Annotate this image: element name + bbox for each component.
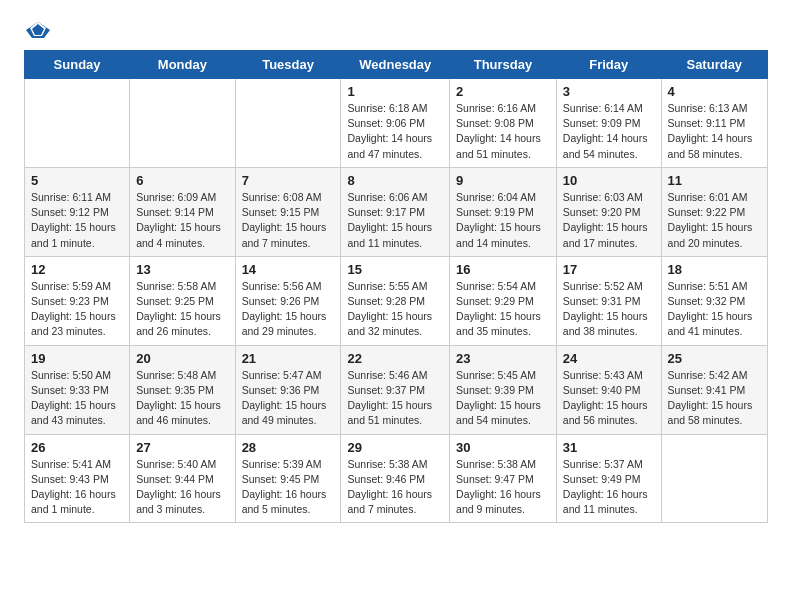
day-number: 30 — [456, 440, 551, 455]
calendar-week-row: 1Sunrise: 6:18 AMSunset: 9:06 PMDaylight… — [25, 79, 768, 168]
logo — [24, 20, 60, 40]
day-number: 15 — [347, 262, 444, 277]
day-detail: Sunrise: 6:18 AMSunset: 9:06 PMDaylight:… — [347, 102, 432, 160]
calendar-week-row: 5Sunrise: 6:11 AMSunset: 9:12 PMDaylight… — [25, 167, 768, 256]
calendar-cell: 5Sunrise: 6:11 AMSunset: 9:12 PMDaylight… — [25, 167, 130, 256]
calendar-cell: 8Sunrise: 6:06 AMSunset: 9:17 PMDaylight… — [341, 167, 450, 256]
day-detail: Sunrise: 5:38 AMSunset: 9:46 PMDaylight:… — [347, 458, 432, 516]
calendar-cell: 26Sunrise: 5:41 AMSunset: 9:43 PMDayligh… — [25, 434, 130, 523]
day-number: 1 — [347, 84, 444, 99]
weekday-header-sunday: Sunday — [25, 51, 130, 79]
day-number: 6 — [136, 173, 229, 188]
calendar-cell: 27Sunrise: 5:40 AMSunset: 9:44 PMDayligh… — [130, 434, 235, 523]
day-number: 21 — [242, 351, 336, 366]
day-number: 25 — [668, 351, 762, 366]
calendar-page: SundayMondayTuesdayWednesdayThursdayFrid… — [0, 0, 792, 543]
calendar-table: SundayMondayTuesdayWednesdayThursdayFrid… — [24, 50, 768, 523]
day-number: 8 — [347, 173, 444, 188]
calendar-cell: 13Sunrise: 5:58 AMSunset: 9:25 PMDayligh… — [130, 256, 235, 345]
calendar-cell: 19Sunrise: 5:50 AMSunset: 9:33 PMDayligh… — [25, 345, 130, 434]
day-detail: Sunrise: 5:46 AMSunset: 9:37 PMDaylight:… — [347, 369, 432, 427]
calendar-cell: 7Sunrise: 6:08 AMSunset: 9:15 PMDaylight… — [235, 167, 341, 256]
day-detail: Sunrise: 5:37 AMSunset: 9:49 PMDaylight:… — [563, 458, 648, 516]
calendar-cell: 10Sunrise: 6:03 AMSunset: 9:20 PMDayligh… — [556, 167, 661, 256]
day-detail: Sunrise: 6:09 AMSunset: 9:14 PMDaylight:… — [136, 191, 221, 249]
calendar-cell — [130, 79, 235, 168]
weekday-header-monday: Monday — [130, 51, 235, 79]
day-number: 26 — [31, 440, 124, 455]
day-number: 24 — [563, 351, 656, 366]
calendar-cell: 18Sunrise: 5:51 AMSunset: 9:32 PMDayligh… — [661, 256, 767, 345]
day-detail: Sunrise: 6:08 AMSunset: 9:15 PMDaylight:… — [242, 191, 327, 249]
calendar-cell: 28Sunrise: 5:39 AMSunset: 9:45 PMDayligh… — [235, 434, 341, 523]
weekday-header-saturday: Saturday — [661, 51, 767, 79]
day-number: 29 — [347, 440, 444, 455]
day-detail: Sunrise: 6:03 AMSunset: 9:20 PMDaylight:… — [563, 191, 648, 249]
calendar-cell: 15Sunrise: 5:55 AMSunset: 9:28 PMDayligh… — [341, 256, 450, 345]
day-detail: Sunrise: 6:14 AMSunset: 9:09 PMDaylight:… — [563, 102, 648, 160]
day-detail: Sunrise: 6:11 AMSunset: 9:12 PMDaylight:… — [31, 191, 116, 249]
calendar-cell: 4Sunrise: 6:13 AMSunset: 9:11 PMDaylight… — [661, 79, 767, 168]
weekday-header-row: SundayMondayTuesdayWednesdayThursdayFrid… — [25, 51, 768, 79]
calendar-cell: 1Sunrise: 6:18 AMSunset: 9:06 PMDaylight… — [341, 79, 450, 168]
day-number: 7 — [242, 173, 336, 188]
day-detail: Sunrise: 6:06 AMSunset: 9:17 PMDaylight:… — [347, 191, 432, 249]
calendar-cell — [661, 434, 767, 523]
calendar-cell: 17Sunrise: 5:52 AMSunset: 9:31 PMDayligh… — [556, 256, 661, 345]
day-detail: Sunrise: 5:48 AMSunset: 9:35 PMDaylight:… — [136, 369, 221, 427]
calendar-cell: 24Sunrise: 5:43 AMSunset: 9:40 PMDayligh… — [556, 345, 661, 434]
day-detail: Sunrise: 6:16 AMSunset: 9:08 PMDaylight:… — [456, 102, 541, 160]
day-detail: Sunrise: 6:04 AMSunset: 9:19 PMDaylight:… — [456, 191, 541, 249]
calendar-cell: 22Sunrise: 5:46 AMSunset: 9:37 PMDayligh… — [341, 345, 450, 434]
day-detail: Sunrise: 5:42 AMSunset: 9:41 PMDaylight:… — [668, 369, 753, 427]
calendar-cell: 25Sunrise: 5:42 AMSunset: 9:41 PMDayligh… — [661, 345, 767, 434]
day-number: 11 — [668, 173, 762, 188]
calendar-cell: 20Sunrise: 5:48 AMSunset: 9:35 PMDayligh… — [130, 345, 235, 434]
page-header — [24, 20, 768, 40]
day-detail: Sunrise: 5:45 AMSunset: 9:39 PMDaylight:… — [456, 369, 541, 427]
day-detail: Sunrise: 5:38 AMSunset: 9:47 PMDaylight:… — [456, 458, 541, 516]
calendar-week-row: 26Sunrise: 5:41 AMSunset: 9:43 PMDayligh… — [25, 434, 768, 523]
day-number: 4 — [668, 84, 762, 99]
calendar-week-row: 12Sunrise: 5:59 AMSunset: 9:23 PMDayligh… — [25, 256, 768, 345]
calendar-cell: 29Sunrise: 5:38 AMSunset: 9:46 PMDayligh… — [341, 434, 450, 523]
day-number: 16 — [456, 262, 551, 277]
day-detail: Sunrise: 6:01 AMSunset: 9:22 PMDaylight:… — [668, 191, 753, 249]
day-detail: Sunrise: 5:41 AMSunset: 9:43 PMDaylight:… — [31, 458, 116, 516]
day-number: 17 — [563, 262, 656, 277]
calendar-cell: 12Sunrise: 5:59 AMSunset: 9:23 PMDayligh… — [25, 256, 130, 345]
day-number: 9 — [456, 173, 551, 188]
day-detail: Sunrise: 5:55 AMSunset: 9:28 PMDaylight:… — [347, 280, 432, 338]
day-number: 27 — [136, 440, 229, 455]
day-number: 13 — [136, 262, 229, 277]
logo-icon — [24, 20, 52, 40]
day-detail: Sunrise: 5:40 AMSunset: 9:44 PMDaylight:… — [136, 458, 221, 516]
day-number: 3 — [563, 84, 656, 99]
calendar-cell: 21Sunrise: 5:47 AMSunset: 9:36 PMDayligh… — [235, 345, 341, 434]
day-detail: Sunrise: 5:51 AMSunset: 9:32 PMDaylight:… — [668, 280, 753, 338]
weekday-header-tuesday: Tuesday — [235, 51, 341, 79]
calendar-cell — [25, 79, 130, 168]
day-number: 22 — [347, 351, 444, 366]
day-number: 5 — [31, 173, 124, 188]
calendar-cell: 16Sunrise: 5:54 AMSunset: 9:29 PMDayligh… — [450, 256, 557, 345]
calendar-cell: 2Sunrise: 6:16 AMSunset: 9:08 PMDaylight… — [450, 79, 557, 168]
calendar-cell: 23Sunrise: 5:45 AMSunset: 9:39 PMDayligh… — [450, 345, 557, 434]
day-detail: Sunrise: 6:13 AMSunset: 9:11 PMDaylight:… — [668, 102, 753, 160]
day-number: 19 — [31, 351, 124, 366]
day-number: 18 — [668, 262, 762, 277]
day-number: 23 — [456, 351, 551, 366]
day-number: 20 — [136, 351, 229, 366]
day-number: 28 — [242, 440, 336, 455]
day-number: 10 — [563, 173, 656, 188]
day-detail: Sunrise: 5:50 AMSunset: 9:33 PMDaylight:… — [31, 369, 116, 427]
day-detail: Sunrise: 5:47 AMSunset: 9:36 PMDaylight:… — [242, 369, 327, 427]
calendar-cell: 3Sunrise: 6:14 AMSunset: 9:09 PMDaylight… — [556, 79, 661, 168]
weekday-header-friday: Friday — [556, 51, 661, 79]
calendar-week-row: 19Sunrise: 5:50 AMSunset: 9:33 PMDayligh… — [25, 345, 768, 434]
day-detail: Sunrise: 5:43 AMSunset: 9:40 PMDaylight:… — [563, 369, 648, 427]
calendar-cell: 30Sunrise: 5:38 AMSunset: 9:47 PMDayligh… — [450, 434, 557, 523]
weekday-header-wednesday: Wednesday — [341, 51, 450, 79]
calendar-cell: 9Sunrise: 6:04 AMSunset: 9:19 PMDaylight… — [450, 167, 557, 256]
calendar-cell: 14Sunrise: 5:56 AMSunset: 9:26 PMDayligh… — [235, 256, 341, 345]
